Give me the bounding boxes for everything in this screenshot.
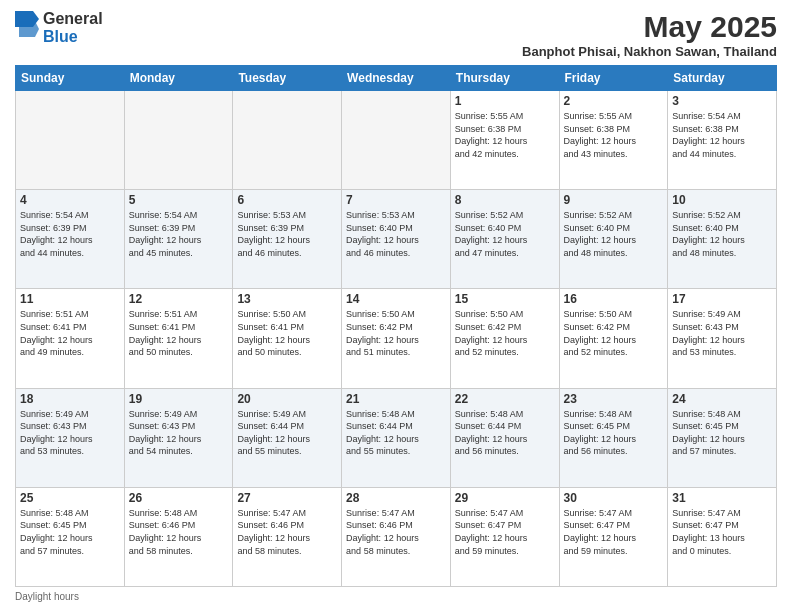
calendar-header-thursday: Thursday xyxy=(450,66,559,91)
header: General Blue May 2025 Banphot Phisai, Na… xyxy=(15,10,777,59)
day-number: 17 xyxy=(672,292,772,306)
day-info: Sunrise: 5:48 AM Sunset: 6:45 PM Dayligh… xyxy=(564,408,664,458)
daylight-label: Daylight hours xyxy=(15,591,79,602)
day-info: Sunrise: 5:55 AM Sunset: 6:38 PM Dayligh… xyxy=(564,110,664,160)
day-number: 9 xyxy=(564,193,664,207)
subtitle: Banphot Phisai, Nakhon Sawan, Thailand xyxy=(522,44,777,59)
calendar-table: SundayMondayTuesdayWednesdayThursdayFrid… xyxy=(15,65,777,587)
day-number: 1 xyxy=(455,94,555,108)
calendar-header-friday: Friday xyxy=(559,66,668,91)
calendar-cell: 31Sunrise: 5:47 AM Sunset: 6:47 PM Dayli… xyxy=(668,487,777,586)
footer: Daylight hours xyxy=(15,591,777,602)
day-number: 21 xyxy=(346,392,446,406)
calendar-cell: 29Sunrise: 5:47 AM Sunset: 6:47 PM Dayli… xyxy=(450,487,559,586)
day-number: 10 xyxy=(672,193,772,207)
calendar-cell: 8Sunrise: 5:52 AM Sunset: 6:40 PM Daylig… xyxy=(450,190,559,289)
day-info: Sunrise: 5:49 AM Sunset: 6:43 PM Dayligh… xyxy=(20,408,120,458)
day-info: Sunrise: 5:50 AM Sunset: 6:42 PM Dayligh… xyxy=(346,308,446,358)
calendar-cell: 18Sunrise: 5:49 AM Sunset: 6:43 PM Dayli… xyxy=(16,388,125,487)
logo-blue: Blue xyxy=(43,28,103,46)
day-info: Sunrise: 5:50 AM Sunset: 6:41 PM Dayligh… xyxy=(237,308,337,358)
day-info: Sunrise: 5:47 AM Sunset: 6:46 PM Dayligh… xyxy=(346,507,446,557)
day-number: 15 xyxy=(455,292,555,306)
calendar-cell: 11Sunrise: 5:51 AM Sunset: 6:41 PM Dayli… xyxy=(16,289,125,388)
day-info: Sunrise: 5:47 AM Sunset: 6:47 PM Dayligh… xyxy=(564,507,664,557)
calendar-header-row: SundayMondayTuesdayWednesdayThursdayFrid… xyxy=(16,66,777,91)
day-number: 29 xyxy=(455,491,555,505)
day-info: Sunrise: 5:52 AM Sunset: 6:40 PM Dayligh… xyxy=(455,209,555,259)
logo-icon xyxy=(15,11,39,41)
day-number: 12 xyxy=(129,292,229,306)
calendar-header-tuesday: Tuesday xyxy=(233,66,342,91)
calendar-cell: 23Sunrise: 5:48 AM Sunset: 6:45 PM Dayli… xyxy=(559,388,668,487)
day-number: 23 xyxy=(564,392,664,406)
title-section: May 2025 Banphot Phisai, Nakhon Sawan, T… xyxy=(522,10,777,59)
calendar-cell: 21Sunrise: 5:48 AM Sunset: 6:44 PM Dayli… xyxy=(342,388,451,487)
day-number: 28 xyxy=(346,491,446,505)
day-info: Sunrise: 5:50 AM Sunset: 6:42 PM Dayligh… xyxy=(564,308,664,358)
calendar-cell: 24Sunrise: 5:48 AM Sunset: 6:45 PM Dayli… xyxy=(668,388,777,487)
day-info: Sunrise: 5:49 AM Sunset: 6:43 PM Dayligh… xyxy=(672,308,772,358)
day-info: Sunrise: 5:52 AM Sunset: 6:40 PM Dayligh… xyxy=(672,209,772,259)
calendar-cell xyxy=(124,91,233,190)
calendar-header-sunday: Sunday xyxy=(16,66,125,91)
day-number: 30 xyxy=(564,491,664,505)
day-number: 5 xyxy=(129,193,229,207)
calendar-cell: 26Sunrise: 5:48 AM Sunset: 6:46 PM Dayli… xyxy=(124,487,233,586)
day-number: 4 xyxy=(20,193,120,207)
calendar-week-2: 4Sunrise: 5:54 AM Sunset: 6:39 PM Daylig… xyxy=(16,190,777,289)
day-number: 3 xyxy=(672,94,772,108)
calendar-cell xyxy=(342,91,451,190)
calendar-cell: 25Sunrise: 5:48 AM Sunset: 6:45 PM Dayli… xyxy=(16,487,125,586)
day-number: 20 xyxy=(237,392,337,406)
day-number: 16 xyxy=(564,292,664,306)
day-info: Sunrise: 5:55 AM Sunset: 6:38 PM Dayligh… xyxy=(455,110,555,160)
day-number: 31 xyxy=(672,491,772,505)
calendar-cell: 20Sunrise: 5:49 AM Sunset: 6:44 PM Dayli… xyxy=(233,388,342,487)
calendar-cell: 9Sunrise: 5:52 AM Sunset: 6:40 PM Daylig… xyxy=(559,190,668,289)
calendar-cell: 30Sunrise: 5:47 AM Sunset: 6:47 PM Dayli… xyxy=(559,487,668,586)
day-number: 14 xyxy=(346,292,446,306)
day-number: 24 xyxy=(672,392,772,406)
day-number: 26 xyxy=(129,491,229,505)
calendar-header-monday: Monday xyxy=(124,66,233,91)
day-info: Sunrise: 5:50 AM Sunset: 6:42 PM Dayligh… xyxy=(455,308,555,358)
day-info: Sunrise: 5:54 AM Sunset: 6:39 PM Dayligh… xyxy=(20,209,120,259)
calendar-cell: 17Sunrise: 5:49 AM Sunset: 6:43 PM Dayli… xyxy=(668,289,777,388)
calendar-cell: 7Sunrise: 5:53 AM Sunset: 6:40 PM Daylig… xyxy=(342,190,451,289)
calendar-cell: 1Sunrise: 5:55 AM Sunset: 6:38 PM Daylig… xyxy=(450,91,559,190)
calendar-cell: 10Sunrise: 5:52 AM Sunset: 6:40 PM Dayli… xyxy=(668,190,777,289)
day-info: Sunrise: 5:53 AM Sunset: 6:39 PM Dayligh… xyxy=(237,209,337,259)
day-number: 19 xyxy=(129,392,229,406)
calendar-cell: 6Sunrise: 5:53 AM Sunset: 6:39 PM Daylig… xyxy=(233,190,342,289)
day-number: 8 xyxy=(455,193,555,207)
calendar-week-3: 11Sunrise: 5:51 AM Sunset: 6:41 PM Dayli… xyxy=(16,289,777,388)
calendar-cell: 12Sunrise: 5:51 AM Sunset: 6:41 PM Dayli… xyxy=(124,289,233,388)
day-number: 25 xyxy=(20,491,120,505)
day-number: 7 xyxy=(346,193,446,207)
calendar-cell xyxy=(16,91,125,190)
calendar-cell: 15Sunrise: 5:50 AM Sunset: 6:42 PM Dayli… xyxy=(450,289,559,388)
day-info: Sunrise: 5:48 AM Sunset: 6:45 PM Dayligh… xyxy=(20,507,120,557)
calendar-cell: 16Sunrise: 5:50 AM Sunset: 6:42 PM Dayli… xyxy=(559,289,668,388)
svg-marker-1 xyxy=(19,21,39,37)
calendar-cell: 5Sunrise: 5:54 AM Sunset: 6:39 PM Daylig… xyxy=(124,190,233,289)
day-info: Sunrise: 5:51 AM Sunset: 6:41 PM Dayligh… xyxy=(20,308,120,358)
calendar-week-5: 25Sunrise: 5:48 AM Sunset: 6:45 PM Dayli… xyxy=(16,487,777,586)
day-info: Sunrise: 5:49 AM Sunset: 6:44 PM Dayligh… xyxy=(237,408,337,458)
calendar-cell: 19Sunrise: 5:49 AM Sunset: 6:43 PM Dayli… xyxy=(124,388,233,487)
calendar-cell: 13Sunrise: 5:50 AM Sunset: 6:41 PM Dayli… xyxy=(233,289,342,388)
calendar-week-4: 18Sunrise: 5:49 AM Sunset: 6:43 PM Dayli… xyxy=(16,388,777,487)
day-info: Sunrise: 5:53 AM Sunset: 6:40 PM Dayligh… xyxy=(346,209,446,259)
day-info: Sunrise: 5:47 AM Sunset: 6:47 PM Dayligh… xyxy=(672,507,772,557)
logo: General Blue xyxy=(15,10,103,45)
day-number: 11 xyxy=(20,292,120,306)
page: General Blue May 2025 Banphot Phisai, Na… xyxy=(0,0,792,612)
day-info: Sunrise: 5:48 AM Sunset: 6:45 PM Dayligh… xyxy=(672,408,772,458)
logo-general: General xyxy=(43,10,103,28)
day-info: Sunrise: 5:48 AM Sunset: 6:44 PM Dayligh… xyxy=(455,408,555,458)
day-info: Sunrise: 5:52 AM Sunset: 6:40 PM Dayligh… xyxy=(564,209,664,259)
day-info: Sunrise: 5:47 AM Sunset: 6:47 PM Dayligh… xyxy=(455,507,555,557)
calendar-cell: 28Sunrise: 5:47 AM Sunset: 6:46 PM Dayli… xyxy=(342,487,451,586)
day-number: 13 xyxy=(237,292,337,306)
